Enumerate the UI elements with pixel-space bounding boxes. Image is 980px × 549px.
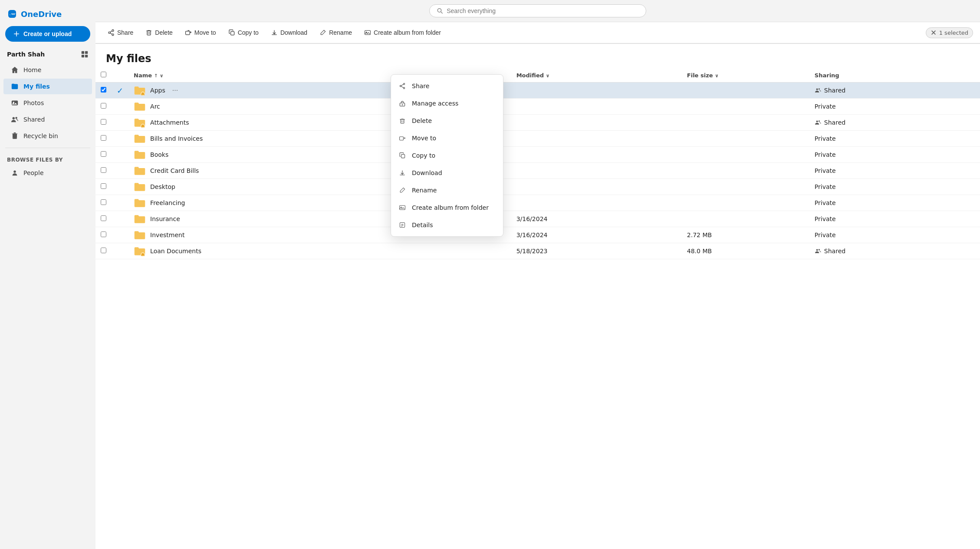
context-menu-label: Copy to bbox=[412, 152, 435, 159]
sidebar-item-my-files[interactable]: My files bbox=[3, 79, 92, 94]
context-menu-item-copy-to[interactable]: Copy to bbox=[391, 147, 503, 164]
search-input[interactable] bbox=[447, 7, 639, 14]
row-icon-cell bbox=[112, 243, 128, 259]
table-row[interactable]: Credit Card Bills Private bbox=[95, 163, 980, 179]
table-row[interactable]: Freelancing Private bbox=[95, 195, 980, 211]
row-checkbox[interactable] bbox=[101, 103, 106, 109]
create-upload-button[interactable]: Create or upload bbox=[5, 26, 90, 42]
sidebar-item-people[interactable]: People bbox=[3, 165, 92, 181]
search-box[interactable] bbox=[429, 4, 646, 17]
copy-to-button[interactable]: Copy to bbox=[223, 26, 264, 39]
download-button[interactable]: Download bbox=[266, 26, 312, 39]
table-row[interactable]: Bills and Invoices Private bbox=[95, 131, 980, 147]
page-title: My files bbox=[95, 44, 980, 68]
delete-button[interactable]: Delete bbox=[140, 26, 178, 39]
svg-line-17 bbox=[110, 31, 112, 32]
svg-point-39 bbox=[403, 87, 404, 89]
row-checkbox[interactable] bbox=[101, 199, 106, 205]
row-checkbox-cell[interactable] bbox=[95, 131, 112, 147]
row-checkbox-cell[interactable] bbox=[95, 163, 112, 179]
row-sharing-cell: Shared bbox=[809, 243, 980, 259]
table-row[interactable]: Desktop Private bbox=[95, 179, 980, 195]
svg-rect-1 bbox=[85, 51, 88, 54]
table-row[interactable]: Arc Private bbox=[95, 99, 980, 115]
context-menu-item-create-album[interactable]: Create album from folder bbox=[391, 199, 503, 216]
svg-rect-24 bbox=[230, 32, 234, 35]
folder-icon bbox=[134, 85, 146, 96]
table-row[interactable]: Books Private bbox=[95, 147, 980, 163]
share-button[interactable]: Share bbox=[102, 26, 138, 39]
delete-icon bbox=[145, 29, 152, 36]
sidebar-item-recycle-bin[interactable]: Recycle bin bbox=[3, 128, 92, 144]
context-menu-item-details[interactable]: Details bbox=[391, 216, 503, 234]
row-checkbox-cell[interactable] bbox=[95, 227, 112, 243]
row-modified-cell bbox=[511, 179, 682, 195]
row-checkbox[interactable] bbox=[101, 215, 106, 221]
folder-icon bbox=[134, 133, 146, 144]
table-row[interactable]: Loan Documents 5/18/2023 48.0 MB Shared bbox=[95, 243, 980, 259]
context-menu-label: Share bbox=[412, 83, 429, 89]
row-sharing-cell: Private bbox=[809, 211, 980, 227]
col-filesize-header[interactable]: File size ∨ bbox=[682, 68, 809, 83]
row-checkbox[interactable] bbox=[101, 135, 106, 141]
folder-icon bbox=[134, 165, 146, 176]
table-row[interactable]: Insurance 3/16/2024 Private bbox=[95, 211, 980, 227]
svg-point-7 bbox=[15, 117, 17, 119]
row-checkbox-cell[interactable] bbox=[95, 147, 112, 163]
sidebar-item-shared[interactable]: Shared bbox=[3, 112, 92, 127]
main-area: Share Delete Move to bbox=[95, 0, 980, 549]
row-sharing-cell: Private bbox=[809, 147, 980, 163]
svg-point-40 bbox=[400, 85, 401, 86]
row-checkbox[interactable] bbox=[101, 119, 106, 125]
row-checkbox-cell[interactable] bbox=[95, 179, 112, 195]
sharing-label: Shared bbox=[824, 119, 845, 126]
move-to-button[interactable]: Move to bbox=[180, 26, 221, 39]
row-sharing-cell: Private bbox=[809, 99, 980, 115]
close-icon[interactable] bbox=[931, 30, 937, 36]
row-checkbox[interactable] bbox=[101, 151, 106, 157]
row-checkbox[interactable] bbox=[101, 167, 106, 173]
create-album-button[interactable]: Create album from folder bbox=[359, 26, 446, 39]
layout-icon[interactable] bbox=[81, 50, 89, 58]
row-filesize-cell bbox=[682, 195, 809, 211]
copy-icon bbox=[228, 29, 235, 36]
folder-icon bbox=[134, 101, 146, 112]
rename-button[interactable]: Rename bbox=[314, 26, 357, 39]
file-name: Books bbox=[150, 151, 168, 158]
table-row[interactable]: Attachments Shared bbox=[95, 115, 980, 131]
more-options-button[interactable]: ··· bbox=[170, 86, 181, 95]
table-row[interactable]: Investment 3/16/2024 2.72 MB Private bbox=[95, 227, 980, 243]
context-menu-item-manage-access[interactable]: Manage access bbox=[391, 95, 503, 112]
col-checkbox[interactable] bbox=[95, 68, 112, 83]
album-icon bbox=[364, 29, 371, 36]
context-menu-item-share[interactable]: Share bbox=[391, 77, 503, 95]
table-row[interactable]: ✓ Apps ··· Shared bbox=[95, 83, 980, 99]
row-checkbox-cell[interactable] bbox=[95, 83, 112, 99]
row-checkbox[interactable] bbox=[101, 232, 106, 237]
details-icon bbox=[398, 221, 407, 229]
row-checkbox[interactable] bbox=[101, 248, 106, 253]
row-name-cell[interactable]: Loan Documents bbox=[128, 243, 511, 259]
select-all-checkbox[interactable] bbox=[101, 72, 106, 77]
col-modified-header[interactable]: Modified ∨ bbox=[511, 68, 682, 83]
context-menu-item-download[interactable]: Download bbox=[391, 164, 503, 182]
sidebar-item-home[interactable]: Home bbox=[3, 62, 92, 78]
sharing-label: Private bbox=[815, 215, 836, 222]
sharing-label: Private bbox=[815, 232, 836, 238]
context-menu-item-rename[interactable]: Rename bbox=[391, 182, 503, 199]
context-menu-label: Manage access bbox=[412, 100, 458, 107]
row-checkbox-cell[interactable] bbox=[95, 243, 112, 259]
context-menu-item-delete[interactable]: Delete bbox=[391, 112, 503, 129]
row-checkbox-cell[interactable] bbox=[95, 211, 112, 227]
row-checkbox[interactable] bbox=[101, 87, 106, 93]
sidebar-item-photos[interactable]: Photos bbox=[3, 95, 92, 111]
folder-icon bbox=[134, 117, 146, 128]
file-name: Bills and Invoices bbox=[150, 135, 203, 142]
row-checkbox-cell[interactable] bbox=[95, 195, 112, 211]
svg-rect-2 bbox=[82, 55, 84, 57]
row-checkbox-cell[interactable] bbox=[95, 115, 112, 131]
row-checkbox[interactable] bbox=[101, 183, 106, 189]
context-menu-item-move-to[interactable]: Move to bbox=[391, 129, 503, 147]
row-checkbox-cell[interactable] bbox=[95, 99, 112, 115]
row-filesize-cell: 2.72 MB bbox=[682, 227, 809, 243]
